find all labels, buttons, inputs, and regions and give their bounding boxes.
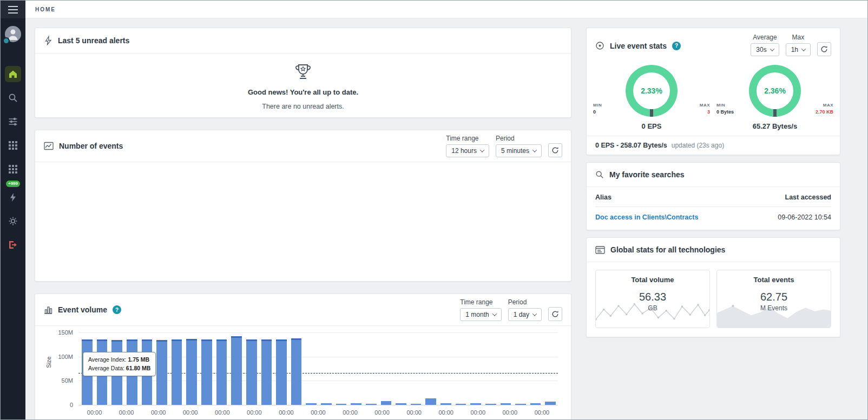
chevron-down-icon [801,46,806,51]
sidebar-item-home[interactable] [5,66,21,82]
donut-value: 0 EPS [642,122,662,130]
volume-bar[interactable] [456,404,466,405]
x-tick-label: 00:00 [142,409,174,416]
event-volume-chart: Size 150M 100M 50M 0 [44,329,562,419]
min-value: 0 [593,109,617,115]
menu-button[interactable] [1,1,25,18]
donut-ring: 2.36% [749,65,801,117]
period-select[interactable]: 1 day [508,308,542,321]
sidebar-item-logout[interactable] [5,237,21,253]
logout-icon [8,240,18,250]
footer-summary: 0 EPS - 258.07 Bytes/s [595,142,667,149]
time-range-select[interactable]: 1 month [460,308,501,321]
min-value: 0 Bytes [716,109,740,115]
refresh-button[interactable] [817,42,831,56]
chevron-down-icon [532,148,537,152]
global-stats-tiles: Total volume 56.33 GB Total events 62.75 [587,262,840,337]
volume-xlabels: 00:0000:0000:0000:0000:0000:0000:0000:00… [78,409,558,416]
help-icon[interactable]: ? [672,42,681,50]
topbar: HOME [25,1,867,18]
max-interval-select[interactable]: 1h [786,43,811,56]
sidebar-item-search[interactable] [5,90,21,106]
max-value: 1h [791,46,798,54]
volume-bar[interactable] [545,402,556,405]
x-tick-label: 00:00 [206,409,238,416]
total-events-unit: M Events [717,304,831,312]
volume-bar[interactable] [381,401,392,405]
average-value: 30s [756,46,766,54]
x-tick-label: 00:00 [526,409,558,416]
total-volume-unit: GB [596,304,709,312]
help-icon[interactable]: ? [113,305,121,314]
grid-icon [8,141,18,150]
trophy-icon [292,61,314,83]
average-interval-select[interactable]: 30s [751,43,779,56]
volume-bar[interactable] [321,403,332,405]
volume-bar[interactable] [530,403,541,405]
x-tick-label: 00:00 [398,409,430,416]
alerts-empty-state: Good news! You're all up to date. There … [35,54,571,117]
alerts-lightning-icon [44,36,52,45]
volume-bar[interactable] [186,339,197,405]
donut-ring: 2.33% [626,65,678,117]
live-stats-donuts: MIN 0 2.33% 0 EPS MAX [587,56,840,136]
volume-bar[interactable] [351,403,361,405]
gear-icon [8,216,18,226]
volume-bar[interactable] [470,403,481,405]
sidebar-item-filters[interactable] [5,114,21,130]
period-value: 1 day [514,311,529,318]
column-header-last-accessed: Last accessed [785,194,831,201]
volume-bar[interactable] [366,404,377,405]
volume-bar[interactable] [216,339,227,405]
refresh-button[interactable] [548,143,562,157]
volume-bar[interactable] [172,339,182,405]
volume-bar[interactable] [231,336,242,405]
volume-bar[interactable] [306,403,317,405]
table-row: Doc access in Clients\Contracts 09-06-20… [595,207,831,228]
volume-bar[interactable] [276,339,287,405]
volume-bar[interactable] [201,339,212,405]
volume-bar[interactable] [440,403,451,405]
sidebar-item-modules[interactable] [5,161,21,177]
volume-bar[interactable] [291,338,302,405]
volume-bar[interactable] [485,404,496,405]
volume-bar[interactable] [411,404,422,405]
chart-tooltip: Average Index: 1.75 MB Average Data: 61.… [83,352,156,376]
sidebar-item-settings[interactable] [5,213,21,229]
alerts-headline: Good news! You're all up to date. [248,88,358,96]
time-range-label: Time range [460,298,501,306]
favorite-search-link[interactable]: Doc access in Clients\Contracts [595,214,698,221]
x-tick-label: 00:00 [174,409,206,416]
user-avatar[interactable] [5,26,21,42]
live-event-stats-card: Live event stats ? Average 30s [586,28,840,155]
volume-bar[interactable] [336,404,347,405]
x-tick-label: 00:00 [494,409,526,416]
time-range-value: 12 hours [451,147,477,155]
volume-bar[interactable] [501,403,511,405]
refresh-button[interactable] [548,307,562,321]
refresh-icon [551,146,559,154]
volume-bar[interactable] [515,404,526,405]
tooltip-label: Average Data: [88,365,124,371]
period-label: Period [508,298,542,306]
app-window: +999 HOME [0,0,868,420]
time-range-select[interactable]: 12 hours [446,144,489,157]
tooltip-value: 61.80 MB [126,365,151,371]
volume-bar[interactable] [425,398,436,405]
breadcrumb: HOME [35,6,56,12]
volume-bar[interactable] [396,403,406,405]
sidebar-item-apps[interactable] [5,137,21,154]
sidebar: +999 [1,1,25,419]
sidebar-item-actions[interactable] [5,189,21,205]
tooltip-label: Average Index: [88,356,126,363]
volume-bar[interactable] [156,340,167,405]
max-label: MAX [686,103,710,108]
min-label: MIN [716,103,740,108]
volume-bar[interactable] [246,339,257,405]
volume-bar[interactable] [261,339,272,405]
max-value: 3 [686,109,710,115]
period-select[interactable]: 5 minutes [496,144,542,157]
y-tick-label: 50M [44,377,73,384]
max-value: 2.70 KB [810,109,833,115]
x-tick-label: 00:00 [110,409,142,416]
